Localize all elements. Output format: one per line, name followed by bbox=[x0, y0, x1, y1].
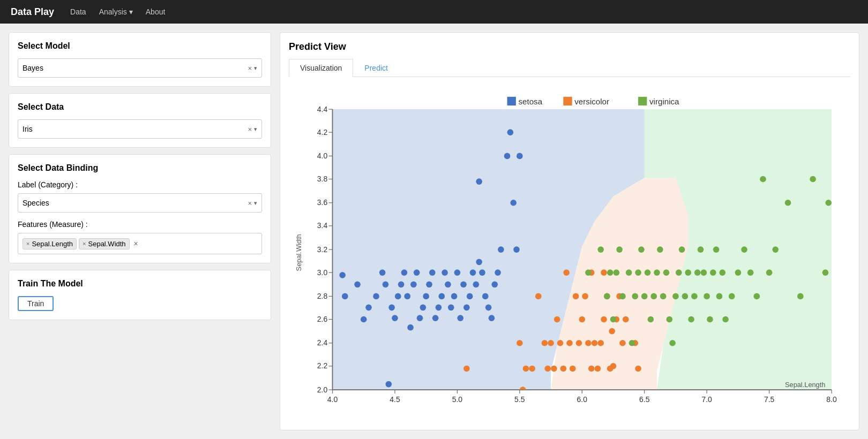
svg-point-76 bbox=[417, 315, 423, 321]
svg-point-156 bbox=[619, 293, 626, 300]
svg-point-107 bbox=[513, 246, 520, 253]
tab-visualization[interactable]: Visualization bbox=[289, 59, 353, 77]
svg-point-73 bbox=[407, 324, 414, 331]
svg-point-172 bbox=[672, 293, 679, 300]
svg-text:6.0: 6.0 bbox=[577, 395, 588, 404]
svg-text:7.5: 7.5 bbox=[764, 395, 775, 404]
svg-point-192 bbox=[747, 269, 754, 276]
svg-point-170 bbox=[666, 316, 672, 323]
svg-point-149 bbox=[585, 269, 592, 276]
label-select[interactable]: Species × ▾ bbox=[18, 193, 262, 213]
svg-point-65 bbox=[383, 281, 389, 287]
select-model-card: Select Model Bayes × ▾ bbox=[9, 32, 271, 87]
svg-point-58 bbox=[339, 272, 346, 278]
svg-text:5.5: 5.5 bbox=[514, 395, 525, 404]
svg-point-201 bbox=[825, 200, 832, 206]
svg-point-74 bbox=[410, 281, 417, 287]
svg-point-99 bbox=[485, 305, 492, 311]
svg-text:3.8: 3.8 bbox=[317, 175, 328, 183]
svg-point-200 bbox=[822, 269, 829, 276]
svg-text:2.0: 2.0 bbox=[317, 385, 328, 394]
svg-text:2.4: 2.4 bbox=[317, 338, 328, 347]
nav-analysis-link[interactable]: Analysis ▾ bbox=[99, 5, 133, 18]
svg-text:virginica: virginica bbox=[649, 97, 679, 106]
svg-point-130 bbox=[588, 366, 595, 372]
svg-point-173 bbox=[676, 269, 682, 276]
train-card: Train The Model Train bbox=[9, 270, 271, 320]
svg-point-196 bbox=[772, 246, 779, 253]
features-clear-button[interactable]: × bbox=[134, 239, 138, 248]
left-panel: Select Model Bayes × ▾ Select Data Iris … bbox=[9, 32, 271, 430]
model-select-clear[interactable]: × bbox=[248, 64, 252, 72]
main-layout: Select Model Bayes × ▾ Select Data Iris … bbox=[0, 24, 868, 439]
svg-point-158 bbox=[629, 340, 635, 346]
svg-point-180 bbox=[698, 246, 704, 253]
svg-point-80 bbox=[429, 269, 436, 276]
svg-point-91 bbox=[463, 305, 470, 311]
nav-data-link[interactable]: Data bbox=[70, 5, 86, 18]
train-button[interactable]: Train bbox=[18, 296, 54, 311]
data-select[interactable]: Iris × ▾ bbox=[18, 119, 262, 139]
svg-point-157 bbox=[626, 269, 632, 276]
svg-point-79 bbox=[426, 281, 432, 287]
svg-point-141 bbox=[619, 340, 626, 346]
svg-point-70 bbox=[398, 281, 405, 287]
svg-point-178 bbox=[691, 293, 698, 300]
select-binding-card: Select Data Binding Label (Category) : S… bbox=[9, 154, 271, 263]
nav-about-link[interactable]: About bbox=[146, 5, 166, 18]
svg-point-171 bbox=[669, 340, 676, 346]
features-select[interactable]: × Sepal.Length × Sepal.Width × bbox=[18, 233, 262, 254]
tabs-container: Visualization Predict bbox=[289, 59, 850, 77]
svg-point-64 bbox=[379, 269, 386, 276]
svg-point-66 bbox=[385, 381, 392, 388]
svg-point-177 bbox=[688, 316, 694, 323]
label-category-label: Label (Category) : bbox=[18, 180, 262, 189]
svg-point-191 bbox=[741, 246, 747, 253]
select-binding-title: Select Data Binding bbox=[18, 163, 262, 173]
feature-remove-sepal-length[interactable]: × bbox=[26, 240, 29, 247]
svg-point-61 bbox=[361, 316, 367, 323]
svg-point-168 bbox=[660, 293, 667, 300]
svg-rect-4 bbox=[638, 97, 647, 105]
svg-point-145 bbox=[635, 366, 641, 372]
svg-point-63 bbox=[373, 293, 379, 300]
svg-point-193 bbox=[754, 293, 760, 300]
model-select[interactable]: Bayes × ▾ bbox=[18, 58, 262, 78]
svg-text:3.4: 3.4 bbox=[317, 221, 328, 230]
data-select-clear[interactable]: × bbox=[248, 125, 252, 133]
svg-point-176 bbox=[685, 269, 691, 276]
svg-point-114 bbox=[535, 293, 542, 300]
features-measure-label: Features (Measure) : bbox=[18, 220, 262, 229]
label-select-clear[interactable]: × bbox=[248, 199, 252, 207]
navbar-brand: Data Play bbox=[11, 6, 54, 18]
select-data-card: Select Data Iris × ▾ bbox=[9, 93, 271, 148]
predict-view-title: Predict View bbox=[289, 41, 850, 52]
svg-point-97 bbox=[479, 269, 485, 276]
svg-point-62 bbox=[365, 305, 372, 311]
tab-predict[interactable]: Predict bbox=[353, 59, 399, 77]
svg-point-94 bbox=[473, 281, 480, 287]
svg-point-167 bbox=[657, 246, 663, 253]
svg-point-175 bbox=[682, 293, 689, 300]
svg-point-90 bbox=[460, 281, 467, 287]
svg-point-123 bbox=[566, 340, 573, 346]
svg-point-142 bbox=[623, 316, 629, 323]
svg-point-152 bbox=[607, 269, 613, 276]
svg-point-184 bbox=[710, 269, 716, 276]
svg-point-128 bbox=[582, 293, 588, 300]
chevron-down-icon: ▾ bbox=[254, 126, 257, 133]
svg-point-68 bbox=[392, 315, 398, 321]
chevron-down-icon: ▾ bbox=[129, 7, 133, 16]
feature-tag-sepal-length: × Sepal.Length bbox=[23, 238, 77, 249]
svg-point-77 bbox=[420, 305, 426, 311]
svg-point-105 bbox=[507, 129, 514, 135]
svg-point-199 bbox=[810, 176, 816, 183]
feature-remove-sepal-width[interactable]: × bbox=[83, 240, 86, 247]
svg-point-134 bbox=[601, 316, 607, 323]
svg-point-179 bbox=[694, 269, 701, 276]
svg-point-84 bbox=[442, 269, 448, 276]
svg-point-113 bbox=[529, 366, 535, 372]
data-select-value: Iris bbox=[23, 125, 248, 133]
svg-point-127 bbox=[579, 316, 585, 323]
svg-point-60 bbox=[354, 281, 361, 287]
